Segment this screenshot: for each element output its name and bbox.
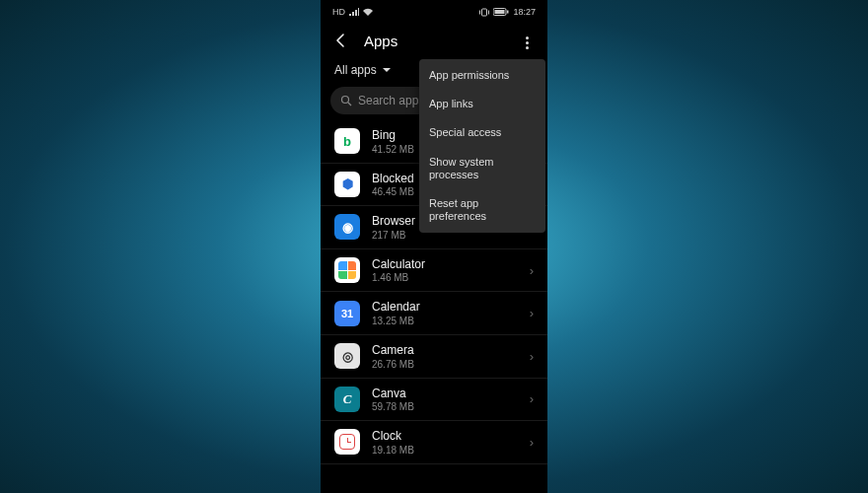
svg-point-6 (342, 97, 349, 104)
app-size: 59.78 MB (372, 401, 518, 412)
camera-icon: ◎ (334, 343, 360, 369)
app-size: 26.76 MB (372, 359, 518, 370)
app-meta: Clock19.18 MB (372, 429, 518, 456)
svg-rect-4 (495, 10, 505, 14)
app-row[interactable]: 31Calendar13.25 MB› (321, 292, 547, 335)
chevron-right-icon: › (530, 349, 534, 364)
calendar-icon: 31 (334, 301, 360, 326)
back-button[interactable] (332, 32, 350, 49)
kebab-dot (526, 36, 529, 39)
menu-item[interactable]: App links (419, 90, 545, 118)
app-row[interactable]: Clock19.18 MB› (321, 421, 547, 464)
filter-label: All apps (334, 63, 377, 77)
signal-icon (349, 8, 359, 16)
overflow-menu: App permissionsApp linksSpecial accessSh… (419, 59, 545, 233)
search-placeholder: Search apps (358, 94, 424, 107)
app-row[interactable]: CCanva59.78 MB› (321, 379, 547, 422)
app-row[interactable]: ◎Camera26.76 MB› (321, 335, 547, 379)
chevron-down-icon (383, 68, 391, 72)
browser-icon: ◉ (334, 214, 360, 240)
app-name: Camera (372, 343, 518, 359)
svg-rect-0 (482, 9, 487, 16)
wifi-icon (363, 8, 373, 16)
app-name: Calendar (372, 300, 518, 316)
app-meta: Canva59.78 MB (372, 387, 518, 413)
svg-rect-5 (507, 11, 509, 14)
menu-item[interactable]: Show system processes (419, 148, 545, 189)
kebab-dot (526, 41, 529, 44)
app-header: Apps (321, 24, 547, 57)
overflow-menu-button[interactable] (520, 34, 534, 51)
chevron-right-icon: › (530, 306, 534, 320)
wallpaper-background: HD 18:27 Apps (0, 0, 868, 493)
app-name: Canva (372, 387, 518, 402)
app-name: Calculator (372, 257, 518, 273)
app-size: 1.46 MB (372, 272, 518, 283)
app-meta: Calendar13.25 MB (372, 300, 518, 326)
app-meta: Camera26.76 MB (372, 343, 518, 370)
search-icon (340, 95, 352, 106)
calculator-icon (334, 257, 360, 283)
app-size: 13.25 MB (372, 316, 518, 326)
app-row[interactable]: Calculator1.46 MB› (321, 249, 547, 293)
status-bar: HD 18:27 (321, 0, 547, 24)
chevron-right-icon: › (530, 263, 534, 278)
hd-indicator: HD (332, 7, 345, 17)
page-title: Apps (364, 33, 398, 49)
phone-screen: HD 18:27 Apps (321, 0, 547, 493)
svg-line-7 (348, 103, 351, 106)
app-name: Clock (372, 429, 518, 445)
menu-item[interactable]: App permissions (419, 61, 545, 90)
blocked-icon: ⬢ (334, 172, 360, 197)
menu-item[interactable]: Special access (419, 118, 545, 147)
chevron-right-icon: › (530, 391, 534, 406)
app-meta: Calculator1.46 MB (372, 257, 518, 284)
status-time: 18:27 (513, 7, 536, 17)
bing-icon: b (334, 128, 360, 154)
canva-icon: C (334, 387, 360, 412)
clock-icon (334, 429, 360, 455)
kebab-dot (526, 46, 529, 49)
vibrate-icon (479, 8, 489, 17)
menu-item[interactable]: Reset app preferences (419, 189, 545, 231)
app-size: 19.18 MB (372, 445, 518, 456)
chevron-right-icon: › (530, 435, 534, 450)
battery-icon (493, 8, 509, 16)
